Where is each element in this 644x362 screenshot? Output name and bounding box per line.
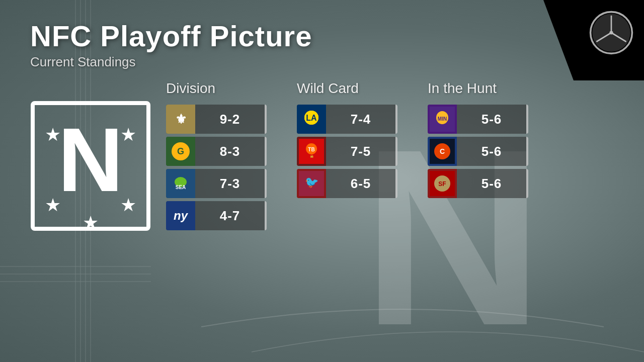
mercedes-logo [589,10,634,55]
content-area: NFC Playoff Picture Current Standings [0,0,644,362]
svg-point-13 [609,31,613,34]
page-subtitle: Current Standings [30,54,614,70]
page-title: NFC Playoff Picture [30,20,614,52]
